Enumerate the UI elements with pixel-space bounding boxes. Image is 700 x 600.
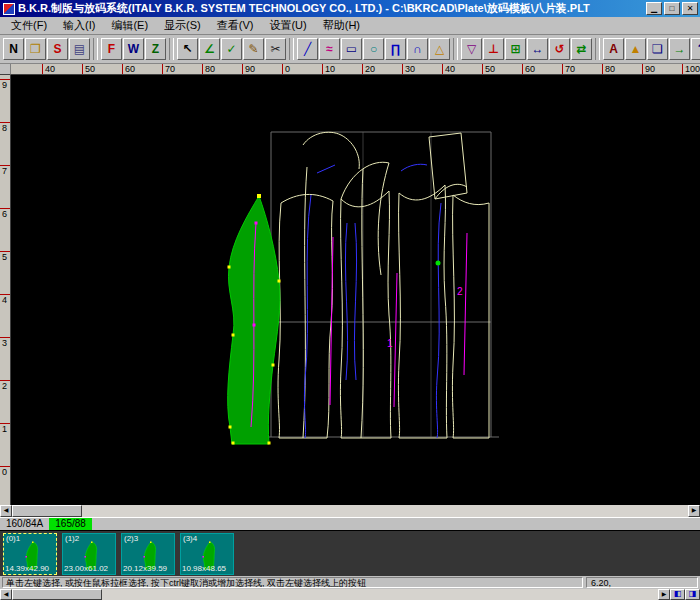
move-icon[interactable]: ↔ — [527, 38, 548, 60]
piece-nav-right-button[interactable]: ◨ — [685, 589, 700, 600]
pi-tool-icon[interactable]: ∏ — [385, 38, 406, 60]
rectangle-icon[interactable]: ▭ — [341, 38, 362, 60]
ruler-tick — [122, 64, 123, 74]
piece-thumbnail-2[interactable]: (1)223.00x61.02 — [62, 533, 116, 575]
curve-shoulder-mark[interactable] — [317, 165, 335, 173]
scissors-icon[interactable]: ✂ — [265, 38, 286, 60]
ruler-label: 4 — [2, 296, 7, 305]
ruler-label: 8 — [2, 124, 7, 133]
vertical-ruler: 9876543210 — [0, 75, 11, 505]
pattern-outline-collar-curve[interactable] — [435, 184, 467, 199]
circle-icon[interactable]: ○ — [363, 38, 384, 60]
pattern-f-icon[interactable]: F — [101, 38, 122, 60]
arc-icon[interactable]: ∩ — [407, 38, 428, 60]
minimize-button[interactable]: ▁ — [646, 2, 662, 15]
curve-icon[interactable]: ≈ — [319, 38, 340, 60]
piece-dims-label: 20.12x39.59 — [123, 565, 167, 573]
pencil-icon[interactable]: ✎ — [243, 38, 264, 60]
grading-lines — [251, 223, 467, 427]
zoom-icon[interactable]: Z — [145, 38, 166, 60]
scroll-left-icon[interactable]: ◀ — [0, 505, 12, 517]
pattern-outline-collar[interactable] — [429, 133, 467, 199]
save-icon[interactable]: S — [47, 38, 68, 60]
bottom-scrollbar-thumb[interactable] — [12, 589, 102, 600]
pattern-outline-panel-3[interactable] — [398, 185, 447, 438]
menu-item-view[interactable]: 查看(V) — [209, 16, 262, 35]
menu-item-edit[interactable]: 编辑(E) — [103, 16, 156, 35]
ruler-tick — [242, 64, 243, 74]
export-icon[interactable]: → — [669, 38, 690, 60]
scrollbar-track[interactable] — [82, 505, 688, 517]
measure-labels: 1 2 — [387, 286, 463, 349]
piece-dims-label: 14.39x42.90 — [5, 565, 49, 573]
pattern-w-icon[interactable]: W — [123, 38, 144, 60]
size-tab-bar: 160/84A165/88 — [0, 517, 700, 530]
menu-item-file[interactable]: 文件(F) — [3, 16, 55, 35]
ruler-label: 20 — [365, 64, 375, 74]
piece-thumbnail-3[interactable]: (2)320.12x39.59 — [121, 533, 175, 575]
line-icon[interactable]: ╱ — [297, 38, 318, 60]
piece-thumbnail-4[interactable]: (3)410.98x48.65 — [180, 533, 234, 575]
mirror-icon[interactable]: ⇄ — [571, 38, 592, 60]
piece-code-label: (2)3 — [124, 535, 138, 543]
curve-line-right[interactable] — [436, 203, 441, 438]
ruler-tick — [202, 64, 203, 74]
grade-table-icon[interactable]: ⊞ — [505, 38, 526, 60]
ruler-label: 50 — [85, 64, 95, 74]
menu-item-help[interactable]: 帮助(H) — [315, 16, 368, 35]
bottom-scrollbar-track[interactable] — [102, 589, 658, 600]
pattern-canvas-svg[interactable]: 1 2 — [11, 75, 700, 505]
size-tab-1[interactable]: 165/88 — [49, 518, 92, 530]
pattern-outline-armhole-deep[interactable] — [378, 163, 389, 275]
bottom-scroll-left-icon[interactable]: ◀ — [0, 589, 12, 600]
select-icon[interactable]: ↖ — [177, 38, 198, 60]
text-icon[interactable]: A — [603, 38, 624, 60]
maximize-button[interactable]: □ — [664, 2, 680, 15]
ruler-label: 5 — [2, 253, 7, 262]
print-icon[interactable]: ▤ — [69, 38, 90, 60]
toolbar-separator — [93, 38, 98, 60]
triangle-icon[interactable]: △ — [429, 38, 450, 60]
close-button[interactable]: ✕ — [682, 2, 698, 15]
dart-icon[interactable]: ▽ — [461, 38, 482, 60]
curve-dart-a[interactable] — [345, 223, 347, 380]
ruler-label: 90 — [645, 64, 655, 74]
scroll-right-icon[interactable]: ▶ — [688, 505, 700, 517]
size-tab-0[interactable]: 160/84A — [0, 518, 49, 530]
ruler-tick — [42, 64, 43, 74]
pattern-outline-panel-4[interactable] — [452, 195, 489, 438]
ruler-label: 3 — [2, 339, 7, 348]
scrollbar-thumb[interactable] — [12, 505, 82, 517]
horizontal-ruler: 4050607080900102030405060708090100 — [11, 64, 700, 75]
curve-lines[interactable] — [304, 164, 441, 438]
pattern-outline-neck[interactable] — [303, 132, 359, 169]
curve-dart-b[interactable] — [354, 223, 356, 380]
drawing-canvas[interactable]: 1 2 — [11, 75, 700, 505]
layers-icon[interactable]: ❏ — [647, 38, 668, 60]
ruler-label: 1 — [2, 425, 7, 434]
ruler-tick — [362, 64, 363, 74]
ruler-label: 70 — [565, 64, 575, 74]
pattern-outline-panel-2[interactable] — [340, 191, 391, 438]
toolbar: N❐S▤FWZ↖∠✓✎✂╱≈▭○∏∩△▽⊥⊞↔↺⇄A▲❏→? — [0, 35, 700, 64]
curve-neck-mark[interactable] — [401, 164, 427, 171]
menu-item-display[interactable]: 显示(S) — [156, 16, 209, 35]
rotate-icon[interactable]: ↺ — [549, 38, 570, 60]
menu-item-input[interactable]: 输入(I) — [55, 16, 103, 35]
help-tool-icon[interactable]: ? — [691, 38, 700, 60]
measure-angle-icon[interactable]: ∠ — [199, 38, 220, 60]
new-icon[interactable]: N — [3, 38, 24, 60]
menu-item-settings[interactable]: 设置(U) — [261, 16, 314, 35]
bottom-scroll-right-icon[interactable]: ▶ — [658, 589, 670, 600]
notch-icon[interactable]: ⊥ — [483, 38, 504, 60]
grading-icon[interactable]: ▲ — [625, 38, 646, 60]
confirm-icon[interactable]: ✓ — [221, 38, 242, 60]
piece-nav-left-button[interactable]: ◧ — [670, 589, 685, 600]
open-icon[interactable]: ❐ — [25, 38, 46, 60]
ruler-tick — [682, 64, 683, 74]
pattern-outline-seam-a[interactable] — [303, 167, 307, 438]
coordinate-readout: 6.20, — [586, 577, 698, 588]
piece-dims-label: 10.98x48.65 — [182, 565, 226, 573]
piece-thumbnail-1[interactable]: (0)114.39x42.90 — [3, 533, 57, 575]
ruler-label: 6 — [2, 210, 7, 219]
